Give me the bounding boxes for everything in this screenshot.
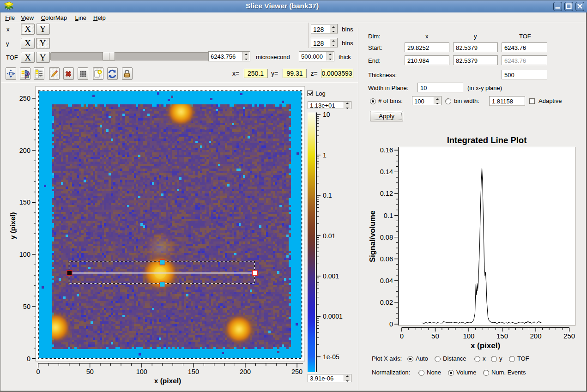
svg-text:200: 200 — [19, 147, 30, 154]
svg-text:50: 50 — [23, 303, 30, 310]
svg-text:0.06: 0.06 — [380, 255, 393, 263]
svg-text:0.0001: 0.0001 — [323, 313, 343, 320]
svg-text:x (pixel): x (pixel) — [471, 341, 500, 350]
svg-text:1: 1 — [323, 151, 327, 159]
svg-text:0.02: 0.02 — [380, 299, 393, 306]
svg-text:Integrated Line Plot: Integrated Line Plot — [447, 135, 527, 145]
svg-text:50: 50 — [86, 368, 94, 375]
svg-text:0.16: 0.16 — [380, 146, 393, 154]
svg-text:250: 250 — [19, 95, 30, 102]
svg-text:200: 200 — [240, 368, 251, 375]
svg-text:100: 100 — [463, 332, 474, 340]
svg-text:y (pixel): y (pixel) — [9, 212, 17, 240]
svg-text:250: 250 — [563, 332, 575, 340]
svg-text:0.12: 0.12 — [380, 190, 393, 197]
svg-text:0.01: 0.01 — [323, 232, 335, 240]
svg-text:0: 0 — [400, 332, 404, 340]
svg-text:0: 0 — [36, 368, 40, 375]
svg-text:150: 150 — [496, 332, 508, 340]
svg-text:0.1: 0.1 — [384, 212, 393, 219]
svg-text:100: 100 — [19, 251, 30, 258]
svg-text:250: 250 — [291, 368, 303, 375]
svg-text:0.04: 0.04 — [380, 277, 393, 284]
svg-text:100: 100 — [136, 368, 147, 375]
svg-text:0.1: 0.1 — [323, 192, 332, 199]
svg-text:10: 10 — [323, 111, 330, 118]
svg-text:0: 0 — [27, 355, 30, 362]
svg-text:150: 150 — [188, 368, 199, 375]
svg-text:1e-05: 1e-05 — [323, 353, 339, 361]
svg-text:Signal/volume: Signal/volume — [368, 211, 376, 262]
svg-text:50: 50 — [431, 332, 439, 340]
svg-text:200: 200 — [530, 332, 541, 340]
svg-text:150: 150 — [19, 199, 30, 206]
svg-text:0: 0 — [389, 320, 393, 328]
svg-text:0.14: 0.14 — [380, 168, 393, 175]
svg-text:0.08: 0.08 — [380, 234, 393, 241]
svg-text:0.001: 0.001 — [323, 272, 339, 280]
svg-text:x (pixel): x (pixel) — [154, 377, 182, 385]
